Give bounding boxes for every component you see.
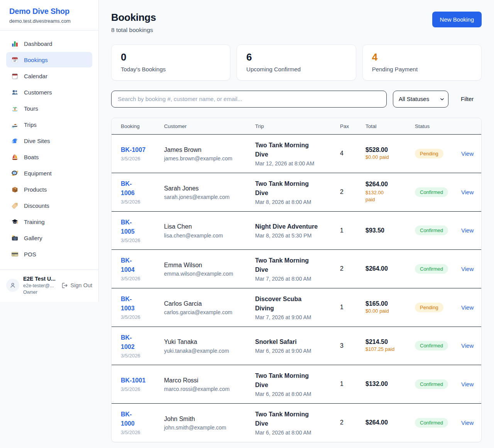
sidebar-item-discounts[interactable]: Discounts — [6, 198, 92, 213]
sidebar-item-trips[interactable]: Trips — [6, 117, 92, 132]
table-row: BK-1007 3/5/2026 James Brown james.brown… — [112, 134, 481, 173]
view-link[interactable]: View — [461, 266, 477, 272]
customer-email: carlos.garcia@example.com — [164, 309, 255, 315]
customer-cell: James Brown james.brown@example.com — [164, 146, 255, 162]
status-filter-select[interactable]: All Statuses — [393, 91, 448, 108]
page-title-block: Bookings 8 total bookings — [111, 12, 156, 34]
bar-chart-icon — [11, 40, 19, 47]
filter-button[interactable]: Filter — [461, 96, 474, 102]
paid-amount: $0.00 paid — [365, 154, 389, 160]
status-badge: Pending — [415, 149, 443, 158]
shop-name: Demo Dive Shop — [9, 7, 89, 16]
speedboat-icon — [11, 121, 19, 128]
sidebar-nav: Dashboard 17 Bookings Calendar Customers… — [0, 30, 98, 266]
total-cell: $264.00 — [365, 265, 415, 272]
page-header: Bookings 8 total bookings New Booking — [111, 12, 482, 34]
view-link[interactable]: View — [461, 381, 477, 387]
total-cell: $528.00 $0.00 paid — [365, 147, 415, 161]
sidebar-item-training[interactable]: Training — [6, 214, 92, 229]
paid-amount: $107.25 paid — [365, 346, 394, 352]
pax-value: 2 — [340, 189, 365, 195]
sidebar-item-dive-sites[interactable]: Dive Sites — [6, 133, 92, 148]
sidebar-item-tours[interactable]: Tours — [6, 101, 92, 116]
view-link[interactable]: View — [461, 150, 477, 157]
sidebar-item-label: POS — [24, 251, 36, 258]
credit-card-icon — [11, 250, 19, 258]
booking-id-link[interactable]: BK-1001 — [121, 377, 145, 384]
table-row: BK-1002 3/5/2026 Yuki Tanaka yuki.tanaka… — [112, 327, 481, 365]
total-amount: $528.00 — [365, 147, 415, 153]
booking-cell: BK-1003 3/5/2026 — [121, 295, 164, 320]
col-status: Status — [415, 123, 461, 129]
status-badge: Confirmed — [415, 379, 448, 389]
customer-cell: Emma Wilson emma.wilson@example.com — [164, 261, 255, 277]
sidebar-item-products[interactable]: Products — [6, 182, 92, 197]
customer-cell: Yuki Tanaka yuki.tanaka@example.com — [164, 338, 255, 354]
trip-name: Two Tank Morning Dive — [255, 179, 314, 198]
stat-card-pending-payment: 4 Pending Payment — [362, 44, 482, 81]
sign-out-button[interactable]: Sign Out — [61, 282, 92, 289]
main-content: Bookings 8 total bookings New Booking 0 … — [99, 0, 494, 448]
customer-name: Emma Wilson — [164, 261, 255, 269]
sidebar-item-label: Gallery — [24, 235, 42, 241]
sidebar-item-label: Discounts — [24, 202, 49, 209]
view-link[interactable]: View — [461, 342, 477, 349]
booking-id-link[interactable]: BK-1000 — [121, 410, 139, 428]
trip-datetime: Mar 12, 2026 at 8:00 AM — [255, 160, 340, 167]
new-booking-button[interactable]: New Booking — [432, 12, 482, 27]
view-link[interactable]: View — [461, 189, 477, 195]
total-amount: $93.50 — [365, 227, 415, 234]
customer-name: Lisa Chen — [164, 222, 255, 231]
calendar-17-icon: 17 — [11, 56, 19, 64]
customer-email: yuki.tanaka@example.com — [164, 348, 255, 354]
booking-cell: BK-1004 3/5/2026 — [121, 256, 164, 281]
sidebar-item-label: Training — [24, 219, 45, 225]
sidebar-item-gallery[interactable]: Gallery — [6, 230, 92, 246]
sidebar-item-pos[interactable]: POS — [6, 246, 92, 262]
sidebar-item-customers[interactable]: Customers — [6, 84, 92, 100]
booking-date: 3/5/2026 — [121, 353, 164, 359]
booking-id-link[interactable]: BK-1002 — [121, 333, 139, 352]
status-badge: Confirmed — [415, 264, 448, 274]
user-role: Owner — [23, 289, 58, 296]
status-cell: Confirmed — [415, 226, 461, 235]
status-cell: Confirmed — [415, 187, 461, 197]
col-booking: Booking — [121, 123, 164, 129]
sidebar-item-equipment[interactable]: Equipment — [6, 165, 92, 181]
booking-id-link[interactable]: BK-1006 — [121, 179, 139, 198]
view-link[interactable]: View — [461, 304, 477, 311]
total-amount: $165.00 — [365, 300, 415, 307]
stat-card-upcoming-confirmed: 6 Upcoming Confirmed — [237, 44, 356, 81]
booking-id-link[interactable]: BK-1007 — [121, 147, 145, 153]
view-link[interactable]: View — [461, 227, 477, 234]
total-cell: $214.50 $107.25 paid — [365, 339, 415, 353]
user-section: E2E Test U... e2e-tester@... Owner Sign … — [0, 269, 98, 302]
booking-id-link[interactable]: BK-1003 — [121, 295, 139, 313]
booking-id-link[interactable]: BK-1005 — [121, 218, 139, 236]
sidebar-item-calendar[interactable]: Calendar — [6, 68, 92, 84]
status-badge: Pending — [415, 303, 443, 312]
total-amount: $264.00 — [365, 265, 415, 272]
booking-date: 3/5/2026 — [121, 314, 164, 320]
booking-id-link[interactable]: BK-1004 — [121, 256, 139, 275]
wave-icon — [11, 137, 19, 145]
sidebar-item-boats[interactable]: Boats — [6, 149, 92, 165]
customer-name: Yuki Tanaka — [164, 338, 255, 346]
bookings-count: 8 total bookings — [111, 27, 156, 34]
sidebar-item-bookings[interactable]: 17 Bookings — [6, 52, 92, 67]
trip-name: Discover Scuba Diving — [255, 295, 314, 313]
total-cell: $264.00 $132.00 paid — [365, 181, 415, 203]
package-icon — [11, 185, 19, 193]
customer-name: Carlos Garcia — [164, 300, 255, 308]
stat-value: 4 — [372, 52, 472, 63]
sidebar-item-label: Equipment — [24, 170, 52, 177]
view-link[interactable]: View — [461, 419, 477, 426]
search-input[interactable] — [111, 91, 387, 108]
booking-date: 3/5/2026 — [121, 237, 164, 243]
sidebar-item-label: Calendar — [24, 73, 47, 79]
sidebar-item-label: Dashboard — [24, 40, 52, 47]
sidebar-item-dashboard[interactable]: Dashboard — [6, 36, 92, 51]
trip-cell: Two Tank Morning Dive Mar 6, 2026 at 8:0… — [255, 410, 340, 436]
person-icon — [9, 282, 16, 289]
trip-cell: Two Tank Morning Dive Mar 6, 2026 at 8:0… — [255, 371, 340, 397]
